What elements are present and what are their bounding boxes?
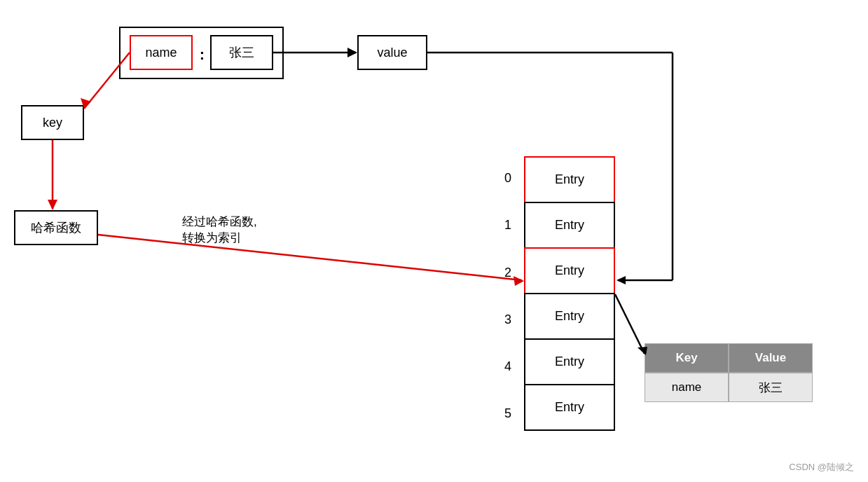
- index-0: 0: [504, 171, 511, 186]
- entry-label-5: Entry: [555, 400, 584, 415]
- kv-data-value: 张三: [729, 373, 813, 402]
- entry-label-4: Entry: [555, 354, 584, 369]
- index-2: 2: [504, 266, 511, 280]
- zhangsan-box: 张三: [210, 35, 273, 70]
- value-box: value: [357, 35, 427, 70]
- entry-label-0: Entry: [555, 172, 584, 187]
- index-4: 4: [504, 359, 511, 374]
- value-label: value: [377, 46, 407, 60]
- svg-marker-11: [616, 276, 626, 284]
- entry-row-4: Entry: [524, 338, 615, 385]
- svg-marker-3: [48, 200, 57, 210]
- kv-key-header-label: Key: [675, 351, 697, 365]
- svg-line-4: [98, 235, 522, 280]
- key-label: key: [43, 116, 62, 130]
- hash-box: 哈希函数: [14, 210, 98, 245]
- svg-marker-7: [347, 48, 357, 57]
- name-box: name: [130, 35, 193, 70]
- svg-line-12: [615, 294, 645, 354]
- kv-data-key: name: [645, 373, 729, 402]
- index-1: 1: [504, 218, 511, 233]
- entry-label-2: Entry: [555, 263, 584, 278]
- diagram-container: name ： 张三 value key 哈希函数 经过哈希函数, 转换为索引 E…: [0, 0, 868, 482]
- kv-data-value-label: 张三: [759, 380, 783, 396]
- kv-table: Key Value name 张三: [645, 343, 813, 402]
- entry-label-3: Entry: [555, 309, 584, 324]
- index-3: 3: [504, 312, 511, 327]
- entry-label-1: Entry: [555, 218, 584, 233]
- name-label: name: [145, 46, 177, 60]
- entry-row-5: Entry: [524, 384, 615, 431]
- watermark: CSDN @陆倾之: [789, 461, 854, 474]
- colon-separator: ：: [195, 46, 209, 64]
- key-box: key: [21, 105, 84, 140]
- entry-table: Entry Entry Entry Entry Entry Entry: [524, 158, 615, 431]
- kv-value-header-label: Value: [755, 351, 786, 365]
- kv-header-value: Value: [729, 343, 813, 373]
- hash-description: 经过哈希函数, 转换为索引: [182, 214, 257, 246]
- entry-row-0: Entry: [524, 156, 615, 203]
- entry-row-2: Entry: [524, 247, 615, 294]
- kv-header: Key Value: [645, 343, 813, 373]
- zhangsan-label: 张三: [229, 44, 254, 61]
- kv-header-key: Key: [645, 343, 729, 373]
- entry-row-3: Entry: [524, 293, 615, 340]
- kv-data-row: name 张三: [645, 373, 813, 402]
- entry-row-1: Entry: [524, 202, 615, 249]
- kv-data-key-label: name: [672, 380, 702, 394]
- index-5: 5: [504, 406, 511, 421]
- hash-label: 哈希函数: [31, 219, 81, 236]
- svg-marker-5: [514, 276, 524, 286]
